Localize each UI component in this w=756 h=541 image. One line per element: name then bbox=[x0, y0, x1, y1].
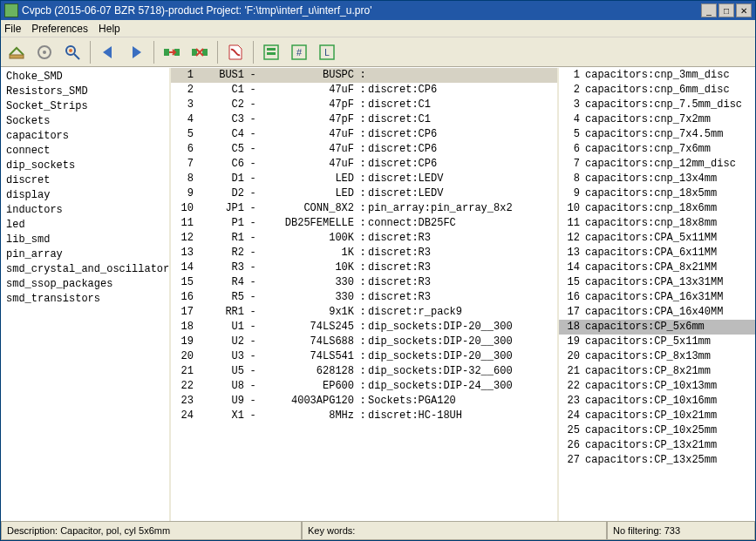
footprint-row[interactable]: 15capacitors:CPA_13x31MM bbox=[559, 275, 755, 290]
menu-help[interactable]: Help bbox=[99, 23, 120, 35]
footprint-row[interactable]: 20capacitors:CP_8x13mm bbox=[559, 349, 755, 364]
component-row[interactable]: 14R3-10K:discret:R3 bbox=[171, 260, 557, 275]
footprint-row[interactable]: 9capacitors:cnp_18x5mm bbox=[559, 186, 755, 201]
filter-pin-button[interactable]: # bbox=[287, 40, 311, 64]
library-item[interactable]: Choke_SMD bbox=[6, 70, 164, 85]
library-item[interactable]: capacitors bbox=[6, 129, 164, 144]
footprint-row[interactable]: 12capacitors:CPA_5x11MM bbox=[559, 231, 755, 246]
component-row[interactable]: 9D2-LED:discret:LEDV bbox=[171, 186, 557, 201]
library-list[interactable]: Choke_SMDResistors_SMDSocket_StripsSocke… bbox=[1, 68, 171, 521]
row-number: 5 bbox=[174, 127, 201, 142]
component-row[interactable]: 22U8-EP600:dip_sockets:DIP-24__300 bbox=[171, 379, 557, 394]
component-row[interactable]: 19U2-74LS688:dip_sockets:DIP-20__300 bbox=[171, 335, 557, 349]
menubar: File Preferences Help bbox=[1, 20, 755, 37]
component-row[interactable]: 8D1-LED:discret:LEDV bbox=[171, 172, 557, 186]
library-item[interactable]: Socket_Strips bbox=[6, 99, 164, 114]
library-item[interactable]: Resistors_SMD bbox=[6, 85, 164, 99]
footprint-row[interactable]: 8capacitors:cnp_13x4mm bbox=[559, 172, 755, 186]
library-item[interactable]: inductors bbox=[6, 203, 164, 218]
library-item[interactable]: smd_transistors bbox=[6, 292, 164, 307]
dash: - bbox=[244, 98, 262, 112]
footprint-row[interactable]: 6capacitors:cnp_7x6mm bbox=[559, 142, 755, 157]
footprint-row[interactable]: 7capacitors:cnp_12mm_disc bbox=[559, 157, 755, 172]
component-row[interactable]: 17RR1-9x1K:discret:r_pack9 bbox=[171, 305, 557, 320]
footprint-row[interactable]: 11capacitors:cnp_18x8mm bbox=[559, 216, 755, 231]
component-row[interactable]: 23U9-4003APG120:Sockets:PGA120 bbox=[171, 394, 557, 409]
colon: : bbox=[358, 364, 368, 379]
footprint-row[interactable]: 1capacitors:cnp_3mm_disc bbox=[559, 68, 755, 83]
component-list[interactable]: 1BUS1-BUSPC:2C1-47uF:discret:CP63C2-47pF… bbox=[171, 68, 559, 521]
library-item[interactable]: lib_smd bbox=[6, 233, 164, 247]
footprint-row[interactable]: 23capacitors:CP_10x16mm bbox=[559, 394, 755, 409]
component-row[interactable]: 1BUS1-BUSPC: bbox=[171, 68, 557, 83]
component-value: 8MHz bbox=[262, 409, 358, 423]
footprint-row[interactable]: 13capacitors:CPA_6x11MM bbox=[559, 246, 755, 260]
library-item[interactable]: smd_ssop_packages bbox=[6, 277, 164, 292]
library-item[interactable]: dip_sockets bbox=[6, 159, 164, 173]
footprint-row[interactable]: 2capacitors:cnp_6mm_disc bbox=[559, 83, 755, 98]
footprint-row[interactable]: 25capacitors:CP_10x25mm bbox=[559, 423, 755, 438]
library-item[interactable]: smd_crystal_and_oscillator bbox=[6, 262, 164, 277]
viewer-button[interactable] bbox=[60, 40, 85, 64]
footprint-row[interactable]: 24capacitors:CP_10x21mm bbox=[559, 409, 755, 423]
doc-button[interactable] bbox=[223, 40, 248, 64]
svg-rect-6 bbox=[164, 49, 169, 56]
component-row[interactable]: 15R4-330:discret:R3 bbox=[171, 275, 557, 290]
component-row[interactable]: 18U1-74LS245:dip_sockets:DIP-20__300 bbox=[171, 320, 557, 335]
component-row[interactable]: 4C3-47pF:discret:C1 bbox=[171, 112, 557, 127]
component-footprint: pin_array:pin_array_8x2 bbox=[368, 201, 554, 216]
component-footprint: discret:LEDV bbox=[368, 186, 554, 201]
library-item[interactable]: led bbox=[6, 218, 164, 233]
footprint-row[interactable]: 14capacitors:CPA_8x21MM bbox=[559, 260, 755, 275]
component-row[interactable]: 12R1-100K:discret:R3 bbox=[171, 231, 557, 246]
footprint-row[interactable]: 21capacitors:CP_8x21mm bbox=[559, 364, 755, 379]
footprint-row[interactable]: 19capacitors:CP_5x11mm bbox=[559, 335, 755, 349]
filter-lib-button[interactable] bbox=[259, 40, 283, 64]
filter-name-button[interactable]: L bbox=[315, 40, 339, 64]
component-row[interactable]: 11P1-DB25FEMELLE:connect:DB25FC bbox=[171, 216, 557, 231]
footprint-row[interactable]: 22capacitors:CP_10x13mm bbox=[559, 379, 755, 394]
prev-button[interactable] bbox=[96, 40, 120, 64]
component-row[interactable]: 10JP1-CONN_8X2:pin_array:pin_array_8x2 bbox=[171, 201, 557, 216]
maximize-button[interactable]: □ bbox=[719, 3, 734, 17]
component-row[interactable]: 3C2-47pF:discret:C1 bbox=[171, 98, 557, 112]
config-button[interactable] bbox=[32, 40, 57, 64]
footprint-row[interactable]: 17capacitors:CPA_16x40MM bbox=[559, 305, 755, 320]
delete-assoc-button[interactable] bbox=[187, 40, 212, 64]
library-item[interactable]: connect bbox=[6, 144, 164, 159]
dash: - bbox=[244, 201, 262, 216]
component-row[interactable]: 5C4-47uF:discret:CP6 bbox=[171, 127, 557, 142]
component-row[interactable]: 13R2-1K:discret:R3 bbox=[171, 246, 557, 260]
footprint-row[interactable]: 5capacitors:cnp_7x4.5mm bbox=[559, 127, 755, 142]
footprint-row[interactable]: 27capacitors:CP_13x25mm bbox=[559, 453, 755, 468]
footprint-row[interactable]: 3capacitors:cnp_7.5mm_disc bbox=[559, 98, 755, 112]
close-button[interactable]: ✕ bbox=[736, 3, 752, 17]
footprint-row[interactable]: 10capacitors:cnp_18x6mm bbox=[559, 201, 755, 216]
component-value: 4003APG120 bbox=[262, 394, 358, 409]
menu-file[interactable]: File bbox=[4, 23, 21, 35]
component-ref: R4 bbox=[201, 275, 244, 290]
auto-assoc-button[interactable] bbox=[160, 40, 184, 64]
footprint-row[interactable]: 26capacitors:CP_13x21mm bbox=[559, 438, 755, 453]
library-item[interactable]: pin_array bbox=[6, 247, 164, 262]
component-row[interactable]: 7C6-47uF:discret:CP6 bbox=[171, 157, 557, 172]
component-row[interactable]: 2C1-47uF:discret:CP6 bbox=[171, 83, 557, 98]
library-item[interactable]: discret bbox=[6, 173, 164, 188]
footprint-row[interactable]: 18capacitors:CP_5x6mm bbox=[559, 320, 755, 335]
footprint-list[interactable]: 1capacitors:cnp_3mm_disc2capacitors:cnp_… bbox=[559, 68, 755, 521]
component-row[interactable]: 24X1-8MHz:discret:HC-18UH bbox=[171, 409, 557, 423]
footprint-name: capacitors:CPA_16x31MM bbox=[585, 290, 752, 305]
save-button[interactable] bbox=[4, 40, 29, 64]
minimize-button[interactable]: _ bbox=[701, 3, 717, 17]
library-item[interactable]: display bbox=[6, 188, 164, 203]
next-button[interactable] bbox=[124, 40, 148, 64]
menu-preferences[interactable]: Preferences bbox=[31, 23, 88, 35]
component-row[interactable]: 16R5-330:discret:R3 bbox=[171, 290, 557, 305]
component-row[interactable]: 6C5-47uF:discret:CP6 bbox=[171, 142, 557, 157]
component-row[interactable]: 20U3-74LS541:dip_sockets:DIP-20__300 bbox=[171, 349, 557, 364]
library-item[interactable]: Sockets bbox=[6, 114, 164, 129]
component-row[interactable]: 21U5-628128:dip_sockets:DIP-32__600 bbox=[171, 364, 557, 379]
footprint-row[interactable]: 4capacitors:cnp_7x2mm bbox=[559, 112, 755, 127]
colon: : bbox=[358, 142, 368, 157]
footprint-row[interactable]: 16capacitors:CPA_16x31MM bbox=[559, 290, 755, 305]
